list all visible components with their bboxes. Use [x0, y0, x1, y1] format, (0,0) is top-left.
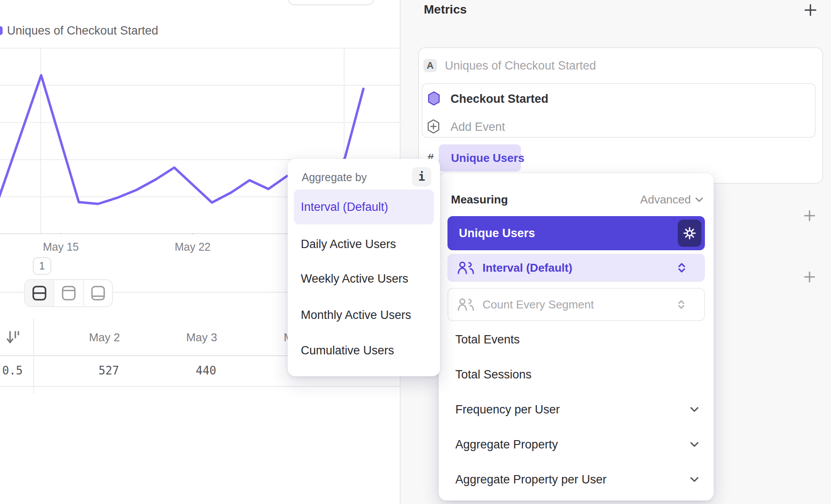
- chevron-down-icon[interactable]: [690, 407, 699, 413]
- panel-top-icon: [61, 285, 76, 301]
- add-breakdown-button[interactable]: [804, 271, 815, 283]
- add-event-label[interactable]: Add Event: [451, 120, 505, 134]
- measuring-interval-row[interactable]: Interval (Default): [447, 254, 705, 282]
- aggregate-by-header: Aggregate by: [302, 171, 367, 184]
- measuring-popover: Measuring Advanced Unique Users: [439, 173, 714, 500]
- measuring-option-total-events[interactable]: Total Events: [455, 322, 520, 357]
- x-tick-label: May 15: [35, 241, 87, 253]
- measuring-option-total-sessions[interactable]: Total Sessions: [455, 357, 532, 392]
- insights-report-screen: Uniques of Checkout Started May 15 May 2…: [0, 0, 831, 504]
- table-header-cell[interactable]: May 3: [151, 331, 217, 344]
- segment-label: Count Every Segment: [482, 298, 594, 312]
- pagination-button[interactable]: 1: [33, 257, 51, 275]
- table-cell: 527: [53, 364, 119, 377]
- measuring-option-aggregate-property[interactable]: Aggregate Property: [455, 427, 558, 462]
- add-event-button[interactable]: [427, 119, 440, 133]
- measure-type-label: Unique Users: [451, 151, 525, 165]
- aggregate-option-daily-active-users[interactable]: Daily Active Users: [301, 227, 396, 262]
- split-horizontal-icon: [32, 285, 47, 301]
- chevron-down-icon[interactable]: [690, 442, 699, 448]
- measure-type-pill[interactable]: Unique Users: [439, 144, 521, 172]
- table-header-cell[interactable]: May 2: [54, 331, 120, 344]
- add-metric-button[interactable]: [804, 4, 817, 17]
- event-row[interactable]: [428, 91, 440, 105]
- advanced-label: Advanced: [640, 193, 691, 206]
- interval-label: Interval (Default): [482, 261, 572, 275]
- panel-bottom-icon: [91, 285, 106, 301]
- aggregate-option-monthly-active-users[interactable]: Monthly Active Users: [301, 298, 411, 332]
- x-tick-label: May 22: [166, 241, 219, 253]
- measuring-option-frequency-per-user[interactable]: Frequency per User: [455, 392, 560, 427]
- advanced-toggle[interactable]: Advanced: [640, 193, 703, 206]
- event-name[interactable]: Checkout Started: [451, 92, 549, 106]
- event-hexagon-icon: [428, 91, 440, 105]
- measure-settings-button[interactable]: [678, 220, 701, 247]
- gear-icon: [683, 227, 696, 240]
- aggregate-option-label: Interval (Default): [301, 189, 388, 224]
- add-filter-button[interactable]: [804, 210, 815, 221]
- measuring-segment-row[interactable]: Count Every Segment: [447, 288, 705, 321]
- table-cell: 0.5: [0, 364, 23, 377]
- plus-icon: [804, 210, 815, 221]
- people-icon: [457, 298, 475, 312]
- table-row-border: [0, 386, 400, 387]
- aggregate-option-weekly-active-users[interactable]: Weekly Active Users: [301, 261, 408, 296]
- aggregate-option-cumulative-users[interactable]: Cumulative Users: [301, 333, 394, 368]
- measuring-option-unique-users[interactable]: Unique Users: [447, 216, 705, 250]
- measuring-header: Measuring: [451, 193, 508, 206]
- table-column-divider: [33, 318, 34, 394]
- table-sort-button[interactable]: [6, 329, 20, 346]
- metric-badge: A: [423, 59, 437, 72]
- stepper-icon[interactable]: [677, 300, 686, 309]
- sort-rows-icon: [6, 329, 20, 346]
- measuring-option-aggregate-property-per-user[interactable]: Aggregate Property per User: [455, 462, 606, 497]
- layout-toggle-table-only[interactable]: [84, 280, 112, 306]
- metric-name[interactable]: Uniques of Checkout Started: [445, 59, 596, 73]
- aggregate-by-popover: Aggregate by i Interval (Default) Daily …: [288, 159, 440, 376]
- plus-icon: [804, 4, 817, 17]
- hexagon-plus-icon: [427, 119, 440, 133]
- plus-icon: [804, 271, 815, 283]
- stepper-icon[interactable]: [677, 262, 687, 273]
- table-cell: 440: [151, 364, 216, 377]
- aggregate-option-interval[interactable]: Interval (Default): [294, 189, 434, 224]
- layout-toggle-group: [24, 279, 113, 307]
- chevron-down-icon[interactable]: [690, 477, 699, 483]
- chevron-down-icon: [695, 197, 703, 203]
- layout-toggle-split[interactable]: [25, 280, 54, 306]
- info-button[interactable]: i: [412, 167, 431, 186]
- layout-toggle-chart-only[interactable]: [54, 280, 84, 306]
- people-icon: [457, 261, 475, 275]
- metrics-panel-title: Metrics: [424, 3, 467, 17]
- measuring-option-label: Unique Users: [459, 216, 535, 250]
